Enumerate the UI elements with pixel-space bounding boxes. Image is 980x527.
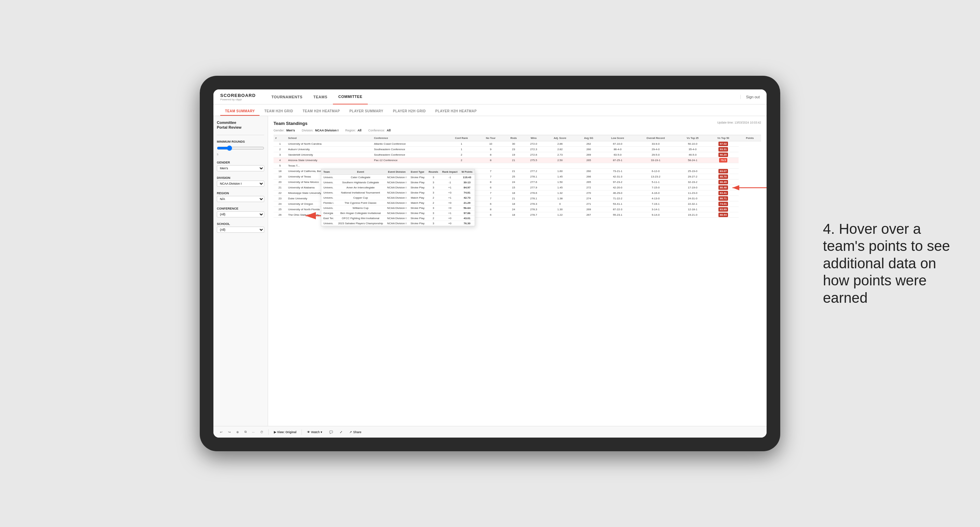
table-row-highlighted: 4 Arizona State University Pac-12 Confer… [274,158,761,163]
tooltip-points: 56-64 [460,205,475,211]
more-button[interactable]: ··· [250,430,256,435]
watch-button[interactable]: 👁 Watch ▾ [305,430,324,435]
tooltip-rounds: 3 [426,180,440,185]
tooltip-team: Univers. [321,190,336,195]
tooltip-points: 42.73 [460,195,475,200]
tooltip-div: NCAA Division I [385,185,408,190]
points-cell[interactable]: 88.48 [708,185,738,190]
gender-label: Gender [217,161,264,164]
nav-committee[interactable]: COMMITTEE [333,89,368,105]
points-cell[interactable]: 83.07 [708,168,738,174]
points-cell[interactable]: 83.41 [708,190,738,196]
points-cell[interactable]: 88.49 [708,179,738,185]
tooltip-points: 43.01 [460,216,475,221]
copy-button[interactable]: ⧉ [243,429,248,435]
points-cell[interactable]: 88.94 [708,212,738,218]
tooltip-rounds: 3 [426,185,440,190]
col-vs-top-25: Vs Top 25 [677,135,708,141]
tooltip-col-rank: Rank Impact [440,169,460,175]
points-cell[interactable]: 88.71 [708,196,738,202]
tooltip-overlay: Team Event Event Division Event Type Rou… [321,169,475,226]
col-no-tour: No Tour [478,135,504,141]
tooltip-div: NCAA Division I [385,221,408,226]
tooltip-team: Univers. [321,175,336,180]
tooltip-rank: +0 [440,216,460,221]
points-cell[interactable]: 97.02 [708,141,738,147]
tooltip-type: Stroke Play [408,205,426,211]
school-select[interactable]: (All) [217,227,264,233]
points-cell[interactable]: 74.01 [708,202,738,207]
home-button[interactable]: ⊕ [235,430,241,435]
col-conference: Conference [372,135,445,141]
tooltip-col-team: Team [321,169,336,175]
watch-label: Watch [311,430,320,434]
region-select[interactable]: N/A [217,196,264,202]
region-filter-label: Region: [345,129,356,132]
nav-tournaments[interactable]: TOURNAMENTS [266,89,308,105]
tooltip-points: 84.97 [460,185,475,190]
sign-out-button[interactable]: Sign out [740,95,760,99]
tooltip-col-event: Event [336,169,385,175]
undo-button[interactable]: ↩ [218,430,224,435]
col-wins: Wins [523,135,544,141]
sub-nav-team-h2h-grid[interactable]: TEAM H2H GRID [259,109,298,116]
points-cell[interactable]: 83.89 [708,207,738,212]
tooltip-type: Stroke Play [408,221,426,226]
tooltip-rank: -1 [440,180,460,185]
col-overall-record: Overall Record [634,135,678,141]
tooltip-row: Univers. Copper Cup NCAA Division I Matc… [321,195,475,200]
gender-filter-display: Gender: Men's [274,129,295,132]
tooltip-event: Amer An Intercollegiate [336,185,385,190]
tooltip-rank: +1 [440,211,460,216]
division-select[interactable]: NCAA Division I [217,181,264,187]
toolbar-undo-group: ↩ ↪ ⊕ ⧉ ··· ⏱ [218,429,265,435]
tooltip-row: East Ter. OFCC Fighting Illini Invitatio… [321,216,475,221]
col-rank: # [274,135,286,141]
content-area: CommitteePortal Review Minimum Rounds 5 … [213,116,767,426]
app-header: SCOREBOARD Powered by clippi TOURNAMENTS… [213,89,767,105]
tooltip-table: Team Event Event Division Event Type Rou… [321,169,475,226]
tooltip-div: NCAA Division I [385,211,408,216]
share-icon: ↗ [349,430,352,434]
col-school: School [286,135,372,141]
min-rounds-input[interactable] [217,144,264,152]
expand-button[interactable]: ⤢ [338,430,344,435]
nav-teams[interactable]: TEAMS [308,89,333,105]
tooltip-rank: +1 [440,195,460,200]
tooltip-type: Stroke Play [408,211,426,216]
logo-title: SCOREBOARD [220,93,256,98]
tooltip-rank: -1 [440,175,460,180]
tooltip-type: Stroke Play [408,185,426,190]
points-cell[interactable]: 88.70 [708,174,738,179]
view-original-button[interactable]: ▶ View: Original [272,430,298,435]
share-button[interactable]: ↗ Share [348,430,363,435]
conference-filter-display: Conference: All [368,129,391,132]
toolbar-sep-1 [268,429,269,435]
tooltip-rank: +0 [440,221,460,226]
comment-button[interactable]: 💬 [328,430,335,435]
conference-label: Conference [217,207,264,210]
redo-button[interactable]: ↪ [226,430,232,435]
sub-nav-team-summary[interactable]: TEAM SUMMARY [220,109,259,116]
sub-nav-player-h2h-grid[interactable]: PLAYER H2H GRID [388,109,431,116]
sub-nav-team-h2h-heatmap[interactable]: TEAM H2H HEATMAP [298,109,345,116]
tooltip-div: NCAA Division I [385,216,408,221]
min-rounds-value: 5 [217,153,218,156]
gender-filter-value: Men's [286,129,295,132]
points-cell[interactable]: 90.20 [708,152,738,158]
tablet-frame: SCOREBOARD Powered by clippi TOURNAMENTS… [200,76,780,451]
col-points: Points [738,135,761,141]
logo-sub: Powered by clippi [220,98,256,101]
col-adj-score: Adj. Score [544,135,576,141]
points-cell-highlighted[interactable]: 79.5 [708,158,738,163]
sub-nav-player-h2h-heatmap[interactable]: PLAYER H2H HEATMAP [431,109,482,116]
tooltip-rounds: 3 [426,175,440,180]
sub-nav-player-summary[interactable]: PLAYER SUMMARY [345,109,388,116]
conference-filter-value: All [387,129,391,132]
tooltip-team: Univers. [321,221,336,226]
clock-button[interactable]: ⏱ [258,430,265,435]
gender-select[interactable]: Men's [217,165,264,171]
conference-select[interactable]: (All) [217,211,264,217]
points-cell[interactable]: 93.31 [708,147,738,152]
filter-row: Gender: Men's Division: NCAA Division I … [274,129,761,132]
